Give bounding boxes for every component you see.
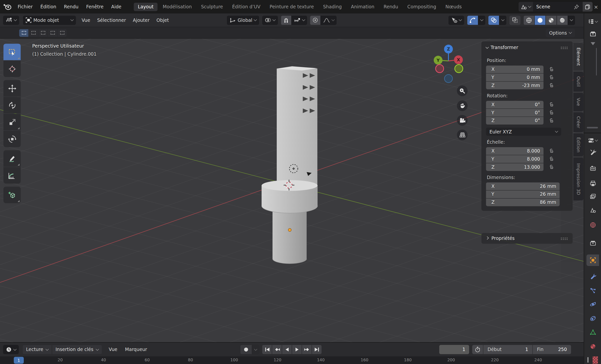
ortho-toggle-button[interactable] (457, 130, 468, 140)
select-mode-intersect[interactable] (57, 29, 67, 37)
xray-toggle[interactable] (510, 15, 521, 25)
properties-tab-view-layer[interactable] (587, 191, 599, 202)
keying-dropdown[interactable]: Insertion de clés (52, 345, 102, 354)
menu-vue[interactable]: Vue (78, 17, 94, 23)
scale-z-field[interactable]: Z13.000 (486, 163, 543, 171)
rotation-mode-dropdown[interactable]: Euler XYZ (486, 128, 561, 136)
tool-annotate[interactable] (3, 150, 21, 167)
viewport-3d[interactable]: Perspective Utilisateur (1) Collection |… (0, 39, 584, 342)
editor-divider[interactable] (584, 133, 601, 133)
snap-toggle[interactable] (281, 15, 291, 25)
rotation-x-field[interactable]: X0° (486, 101, 543, 108)
scale-y-field[interactable]: Y8.000 (486, 155, 543, 163)
tab-rendu[interactable]: Rendu (379, 2, 403, 11)
jump-to-start-button[interactable] (262, 345, 272, 354)
editor-type-button[interactable] (3, 15, 19, 25)
dimensions-x-field[interactable]: X26 mm (486, 182, 560, 190)
sidebar-tab-vue[interactable]: Vue (574, 93, 584, 111)
record-options-dropdown[interactable] (252, 345, 259, 354)
sidebar-tab-element[interactable]: Élément (574, 43, 584, 71)
jump-to-end-button[interactable] (312, 345, 322, 354)
shading-wireframe-button[interactable] (523, 15, 534, 25)
tool-measure[interactable] (3, 167, 21, 183)
object-origin-dot[interactable] (288, 228, 291, 232)
menu-objet[interactable]: Objet (153, 17, 172, 23)
tab-sculpture[interactable]: Sculpture (197, 2, 227, 11)
menu-edition[interactable]: Édition (37, 4, 60, 9)
properties-tab-scene[interactable] (587, 205, 599, 216)
tab-animation[interactable]: Animation (347, 2, 379, 11)
zoom-button[interactable] (457, 85, 468, 96)
tab-peinture-texture[interactable]: Peinture de texture (265, 2, 318, 11)
drag-grip-icon[interactable] (560, 237, 568, 240)
gizmo-neg-z-ball[interactable] (444, 75, 453, 83)
properties-tab-render[interactable] (587, 163, 599, 174)
navigation-gizmo[interactable]: Z X Y (425, 43, 472, 86)
unlock-icon[interactable] (549, 148, 554, 154)
unlock-icon[interactable] (549, 67, 554, 72)
mode-dropdown[interactable]: Mode objet (23, 15, 76, 25)
properties-tab-physics[interactable] (587, 299, 599, 310)
tab-noeuds[interactable]: Nœuds (441, 2, 466, 11)
properties-collapsed-panel[interactable]: Propriétés (482, 233, 573, 244)
record-button[interactable] (240, 345, 252, 354)
properties-tab-constraints[interactable] (587, 313, 599, 324)
tab-shading[interactable]: Shading (319, 2, 346, 11)
unlink-scene-button[interactable]: × (593, 4, 600, 10)
current-frame-marker[interactable]: 1 (14, 357, 24, 364)
disclosure-triangle-icon[interactable] (585, 39, 600, 49)
tab-edition-uv[interactable]: Édition d’UV (228, 2, 265, 11)
tool-cursor[interactable] (3, 61, 21, 77)
position-x-field[interactable]: X0 mm (486, 65, 543, 73)
visibility-dropdown[interactable] (448, 15, 464, 25)
playback-dropdown[interactable]: Lecture (23, 345, 52, 354)
tab-compositing[interactable]: Compositing (403, 2, 440, 11)
tool-select-box[interactable] (3, 44, 21, 60)
scene-browse-button[interactable] (519, 2, 533, 12)
snap-options-dropdown[interactable] (292, 15, 307, 25)
unlock-icon[interactable] (549, 164, 554, 170)
transform-panel-header[interactable]: Transformer (486, 43, 568, 52)
menu-aide[interactable]: Aide (107, 4, 125, 9)
properties-tab-tool[interactable] (587, 146, 599, 158)
select-mode-extend[interactable] (29, 29, 38, 37)
properties-tab-data[interactable] (587, 326, 599, 338)
properties-tab-modifiers[interactable] (587, 271, 599, 282)
tool-move[interactable] (3, 80, 21, 97)
gizmo-neg-y-ball[interactable] (455, 65, 463, 73)
timeline-menu-vue[interactable]: Vue (105, 347, 121, 352)
properties-tab-collection[interactable] (587, 237, 599, 249)
unlock-icon[interactable] (549, 118, 554, 123)
timeline-editor-type-button[interactable] (3, 345, 19, 354)
gizmos-dropdown[interactable] (478, 15, 485, 25)
unlock-icon[interactable] (549, 75, 554, 80)
scene-name-field[interactable]: Scene (533, 2, 582, 12)
properties-editor-type-dropdown[interactable] (585, 135, 600, 145)
falloff-dropdown[interactable] (321, 15, 337, 25)
prev-keyframe-button[interactable] (272, 345, 282, 354)
proportional-edit-toggle[interactable] (310, 15, 321, 25)
play-reverse-button[interactable] (282, 345, 292, 354)
select-mode-invert[interactable] (48, 29, 57, 37)
new-scene-button[interactable] (583, 2, 593, 12)
drag-grip-icon[interactable] (560, 46, 568, 49)
outliner-display-mode-dropdown[interactable] (585, 16, 600, 26)
tab-modelisation[interactable]: Modélisation (158, 2, 196, 11)
rotation-z-field[interactable]: Z0° (486, 117, 543, 125)
outliner-scrollbar[interactable] (596, 48, 597, 76)
pivot-dropdown[interactable] (262, 15, 278, 25)
timeline-ruler[interactable]: 1 20 40 60 80 100 120 140 160 180 200 22… (0, 356, 584, 364)
select-mode-subtract[interactable] (38, 29, 48, 37)
dimensions-z-field[interactable]: Z86 mm (486, 198, 560, 206)
orientation-dropdown[interactable]: Global (227, 15, 259, 25)
current-frame-field[interactable]: 1 (439, 345, 469, 354)
gizmos-toggle[interactable] (467, 15, 478, 25)
use-preview-range-button[interactable] (472, 345, 483, 354)
sidebar-tab-impression-3d[interactable]: Impression 3D (574, 157, 584, 200)
tool-scale[interactable] (3, 114, 21, 130)
outliner-hscrollbar[interactable] (587, 127, 598, 128)
properties-tab-world[interactable] (587, 219, 599, 231)
collection-item[interactable] (585, 29, 600, 39)
end-frame-field[interactable]: Fin250 (533, 345, 571, 354)
properties-tab-output[interactable] (587, 178, 599, 189)
